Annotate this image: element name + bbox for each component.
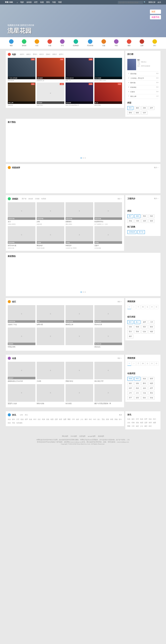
anside-type-2[interactable]: 热血 — [141, 377, 147, 381]
anside-type-12[interactable]: 少年 — [127, 391, 133, 395]
tvside-type-3[interactable]: 韩剧 — [148, 214, 154, 218]
rank-type-1[interactable]: 喜剧 — [134, 106, 140, 110]
anime-card-5[interactable]: ✕熊熊大冒险 — [37, 384, 64, 405]
movie-tab-4[interactable]: 恐怖片 — [46, 53, 50, 56]
movie-tab-5[interactable]: 剧情片 — [52, 53, 57, 56]
an-week-2[interactable]: 三 — [136, 361, 140, 366]
tv-card-1[interactable]: ✕更新至34集沙海吴磊 秦昊 — [37, 202, 64, 225]
news-side-tag-17[interactable]: 少女 — [140, 425, 143, 427]
news-tab-1[interactable]: 其它 — [25, 414, 28, 416]
movie-card-7[interactable]: 高清蚁人2黄蜂女现身 — [94, 83, 122, 106]
history-link[interactable]: 观看记录 — [148, 1, 155, 4]
anside-type-1[interactable]: 科幻 — [134, 377, 140, 381]
rank-item-3[interactable]: 5科洛弗道0.0 — [127, 85, 158, 90]
variety-card-7[interactable]: ✕风水有关系风水有关 — [94, 328, 122, 349]
news-tag-22[interactable]: 竞技 — [102, 418, 105, 421]
news-tag-10[interactable]: 校园 — [50, 418, 53, 421]
star-more[interactable]: 更多 > — [154, 167, 158, 169]
movie-card-1[interactable]: 高清国际迷航3超越星辰之旅 — [37, 58, 64, 81]
var-week-4[interactable]: 五 — [145, 305, 149, 309]
rank-type-5[interactable]: 剧情 — [134, 111, 140, 115]
anside-type-16[interactable]: 亲子 — [127, 396, 133, 400]
anime-card-3[interactable]: ✕画江湖之天罡 — [94, 362, 122, 383]
news-tab-0[interactable]: 公告 — [20, 414, 23, 416]
tvside-type-1[interactable]: 港剧 — [134, 214, 140, 218]
footer-link-1[interactable]: RSS地图 — [71, 435, 77, 437]
news-tag-24[interactable]: 体育 — [110, 418, 113, 421]
tv-card-3[interactable]: ✕更新至30集快把我哥带走孙千 曾舜晞 王文 卜冠今 — [94, 202, 122, 225]
icon-4[interactable]: 资讯 — [60, 39, 65, 47]
nav-variety[interactable]: 综艺 — [34, 1, 38, 4]
news-tag-1[interactable]: 都市 — [12, 418, 15, 421]
variety-card-6[interactable]: ✕ — [66, 328, 93, 349]
movie-card-5[interactable]: ✕高清流浪地球老谋子科幻 — [37, 83, 64, 106]
taobao-badge[interactable]: 淘宝 — [150, 10, 161, 14]
news-tag-26[interactable]: 智斗 — [119, 418, 122, 421]
news-tag-7[interactable]: 历史 — [38, 418, 41, 421]
news-side-tag-5[interactable]: 热血 — [149, 418, 152, 420]
news-tag-27[interactable]: 励志 — [8, 422, 11, 424]
anime-card-2[interactable]: ✕凤凰归来记 — [66, 362, 93, 383]
search-icon[interactable]: 🔍 — [144, 1, 146, 3]
varside-type-10[interactable]: 纪实 — [141, 330, 147, 334]
tv-tab-3[interactable]: 欧美剧 — [41, 198, 46, 200]
variety-card-0[interactable]: ✕20190101期无敌的了不起 — [8, 305, 35, 326]
var-week-1[interactable]: 二 — [132, 305, 136, 309]
anside-type-11[interactable]: 战争 — [148, 386, 154, 390]
tv-card-6[interactable]: ✕共40集朱槿花开王岗 梁洁 俊 贾景晖 — [66, 226, 93, 249]
icon-8[interactable]: 明星 — [114, 39, 119, 47]
an-week-5[interactable]: 六 — [150, 361, 154, 366]
news-side-tag-7[interactable]: 历史 — [127, 422, 130, 424]
news-tag-13[interactable]: 泡面 — [63, 418, 66, 421]
news-tag-8[interactable]: 经典 — [42, 418, 45, 421]
tv-tab-1[interactable]: 港台剧 — [28, 198, 33, 200]
movie-card-0[interactable]: 高清小飞侠 幻梦起航狼叔演反派 — [8, 58, 35, 81]
rank-type-6[interactable]: 动作 — [141, 111, 147, 115]
news-tag-5[interactable]: 热血 — [29, 418, 32, 421]
movie-card-2[interactable]: 高清星球大战外传侠盗一号 — [66, 58, 93, 81]
anside-type-19[interactable]: 其他 — [148, 396, 154, 400]
an-week-0[interactable]: 一 — [127, 361, 131, 366]
anside-type-17[interactable]: 益智 — [134, 396, 140, 400]
rank-type-4[interactable]: 爱情 — [127, 111, 133, 115]
nav-star[interactable]: 明星 — [58, 1, 62, 4]
news-tag-12[interactable]: 推理 — [59, 418, 62, 421]
news-side-tag-19[interactable]: 科幻 — [149, 425, 152, 427]
rank-type-2[interactable]: 恐怖 — [141, 106, 147, 110]
varside-type-7[interactable]: 旅游 — [148, 325, 154, 329]
an-week-4[interactable]: 五 — [145, 361, 149, 366]
anime-card-6[interactable]: ✕快乐杰克 — [66, 384, 93, 405]
variety-card-5[interactable]: ✕ — [37, 328, 64, 349]
home-icon[interactable]: ⌂ — [17, 2, 18, 3]
variety-card-2[interactable]: ✕20190101期爆裂吧江湖 — [66, 305, 93, 326]
news-tag-20[interactable]: 奇幻 — [93, 418, 96, 421]
variety-card-4[interactable]: ✕更新至01中国足球档 — [8, 328, 35, 349]
movie-tab-1[interactable]: 喜剧片 — [26, 53, 31, 56]
news-side-tag-13[interactable]: 泡面 — [153, 422, 156, 424]
news-tag-6[interactable]: 科幻 — [33, 418, 36, 421]
rank-item-0[interactable]: 2星际穿越0.0 — [127, 72, 158, 76]
variety-card-1[interactable]: ✕新作金鹰卡通 — [37, 305, 64, 326]
icon-2[interactable]: 综艺 — [35, 39, 39, 47]
var-week-0[interactable]: 一 — [127, 305, 131, 309]
tvside-type-7[interactable]: 泰剧 — [148, 219, 154, 223]
nav-movie[interactable]: 电影 — [20, 1, 24, 4]
tvside-type-5[interactable]: 日剧 — [134, 219, 140, 223]
news-side-tag-15[interactable]: 日常 — [132, 425, 135, 427]
news-tag-16[interactable]: 搞笑 — [76, 418, 79, 421]
icon-3[interactable]: 动漫 — [47, 39, 52, 47]
news-side-tag-1[interactable]: 都市 — [132, 418, 135, 420]
tv-tab-0[interactable]: 国产剧 — [22, 198, 26, 200]
varside-type-0[interactable]: 脱口 — [127, 320, 133, 324]
movie-tab-6[interactable]: 战争片 — [59, 53, 64, 56]
var-week-5[interactable]: 六 — [150, 305, 154, 309]
icon-0[interactable]: 电影 — [9, 39, 14, 47]
news-tag-4[interactable]: 机甲 — [25, 418, 28, 421]
icon-10[interactable]: 直播 — [140, 39, 144, 47]
varside-type-3[interactable]: 八卦 — [148, 320, 154, 324]
varside-type-1[interactable]: 真人 — [134, 320, 140, 324]
meitu-badge[interactable]: 美图手机 — [150, 15, 161, 19]
news-tag-15[interactable]: 日常 — [72, 418, 75, 421]
varside-type-2[interactable]: 选秀 — [141, 320, 147, 324]
footer-link-2[interactable]: 百度地图 — [79, 435, 85, 437]
